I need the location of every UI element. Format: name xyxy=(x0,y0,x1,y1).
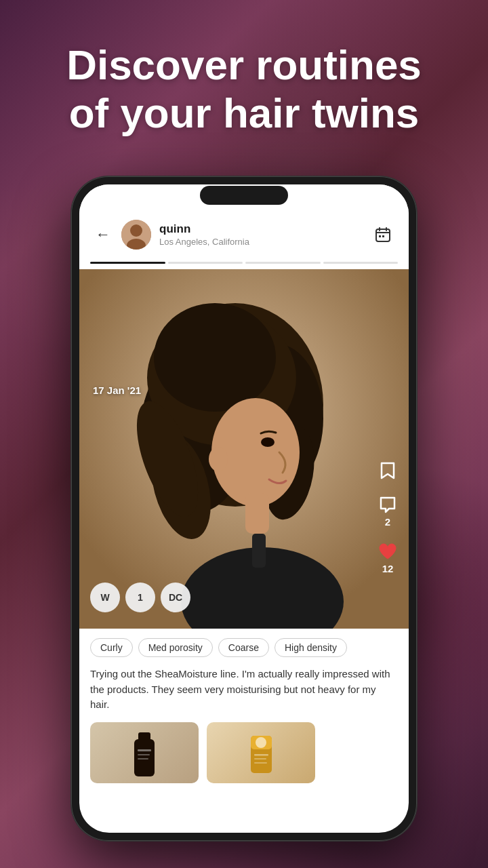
svg-point-21 xyxy=(261,437,274,447)
badge-dc: DC xyxy=(161,583,190,612)
products-row xyxy=(79,722,409,783)
user-location: Los Angeles, California xyxy=(159,237,363,247)
comment-count: 2 xyxy=(385,516,390,528)
phone-container: ← quinn Los Angeles, California xyxy=(71,176,417,841)
product-bottle-2 xyxy=(243,726,280,780)
comment-icon xyxy=(378,494,398,515)
product-thumb-2[interactable] xyxy=(207,722,315,783)
headline: Discover routines of your hair twins xyxy=(0,41,488,138)
user-info: quinn Los Angeles, California xyxy=(159,222,363,246)
comment-button[interactable]: 2 xyxy=(378,494,398,528)
badge-1: 1 xyxy=(125,583,155,612)
progress-bar-1 xyxy=(90,262,165,264)
svg-point-1 xyxy=(130,224,142,237)
tag-high-density[interactable]: High density xyxy=(274,638,347,657)
tag-coarse[interactable]: Coarse xyxy=(218,638,269,657)
progress-bar-2 xyxy=(168,262,243,264)
svg-rect-26 xyxy=(138,749,151,751)
product-bottle-1 xyxy=(127,726,161,780)
headline-line2: of your hair twins xyxy=(69,90,420,136)
headline-text: Discover routines of your hair twins xyxy=(27,41,461,138)
bookmark-button[interactable] xyxy=(378,460,398,481)
product-thumb-1[interactable] xyxy=(90,722,199,783)
progress-bar-3 xyxy=(245,262,321,264)
post-text: Trying out the SheaMoisture line. I'm ac… xyxy=(79,667,409,722)
svg-rect-7 xyxy=(379,235,381,237)
phone-shell: ← quinn Los Angeles, California xyxy=(71,176,417,841)
svg-rect-23 xyxy=(252,534,266,568)
badge-w: W xyxy=(90,583,120,612)
back-button[interactable]: ← xyxy=(93,223,113,246)
svg-point-22 xyxy=(209,447,228,471)
svg-rect-28 xyxy=(138,758,148,760)
phone-notch xyxy=(200,186,288,205)
bookmark-icon xyxy=(378,460,398,481)
calendar-icon[interactable] xyxy=(371,222,395,247)
heart-icon xyxy=(378,541,398,561)
post-content: Curly Med porosity Coarse High density T… xyxy=(79,629,409,783)
svg-rect-32 xyxy=(254,754,268,756)
tags-row: Curly Med porosity Coarse High density xyxy=(79,629,409,667)
svg-rect-8 xyxy=(382,235,384,237)
headline-line1: Discover routines xyxy=(66,41,422,88)
person-illustration xyxy=(79,269,409,629)
svg-rect-34 xyxy=(254,762,267,764)
post-image: 17 Jan '21 xyxy=(79,269,409,629)
post-date: 17 Jan '21 xyxy=(93,384,141,396)
user-avatar xyxy=(121,220,151,250)
heart-button[interactable]: 12 xyxy=(378,541,398,574)
svg-rect-33 xyxy=(254,758,266,760)
avatar-svg xyxy=(121,220,151,250)
tag-med-porosity[interactable]: Med porosity xyxy=(138,638,213,657)
svg-rect-19 xyxy=(245,493,269,534)
user-name: quinn xyxy=(159,222,363,236)
svg-rect-27 xyxy=(138,754,150,755)
phone-screen: ← quinn Los Angeles, California xyxy=(79,184,409,833)
svg-point-31 xyxy=(256,737,266,748)
tag-curly[interactable]: Curly xyxy=(90,638,133,657)
heart-count: 12 xyxy=(382,563,394,574)
post-badges: W 1 DC xyxy=(90,583,190,612)
progress-bar-4 xyxy=(323,262,399,264)
side-icons: 2 12 xyxy=(378,460,398,574)
svg-rect-25 xyxy=(134,739,155,776)
progress-bars xyxy=(79,258,409,269)
svg-point-14 xyxy=(154,303,276,412)
